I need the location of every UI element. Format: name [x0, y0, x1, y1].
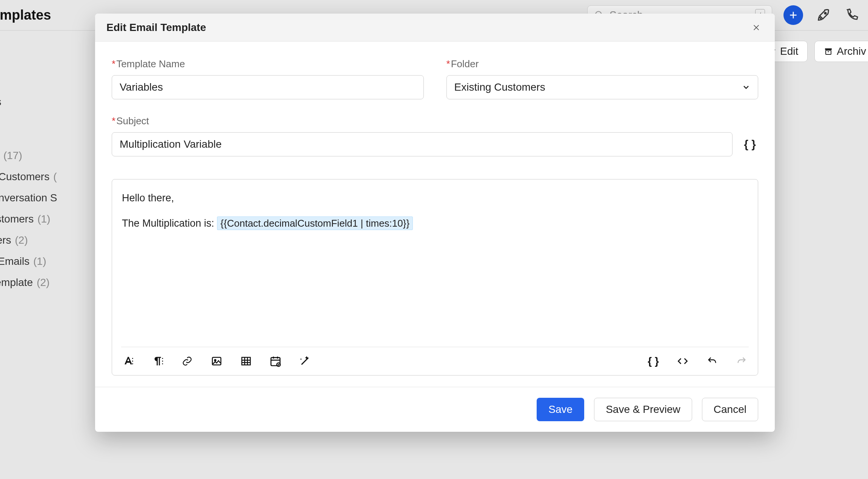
sidebar-item-templates-2[interactable]: emplates [0, 91, 109, 113]
sidebar-item-public-template[interactable]: Public Template (2) [0, 272, 109, 293]
svg-point-17 [214, 360, 216, 361]
sidebar-heading-folders: ERS [0, 128, 109, 138]
calendar-icon[interactable] [268, 354, 283, 368]
svg-rect-18 [242, 357, 251, 365]
sidebar-item-count: ( [53, 171, 57, 183]
text-format-icon[interactable] [121, 354, 135, 368]
insert-variable-body-icon[interactable]: { } [646, 354, 660, 368]
sidebar-item-new-customers[interactable]: New Customers (1) [0, 209, 109, 230]
redo-icon[interactable] [734, 354, 749, 368]
table-icon[interactable] [239, 354, 253, 368]
sidebar-item-label: emplates [0, 96, 2, 108]
archive-button-label: Archiv [837, 45, 866, 57]
svg-point-10 [132, 358, 133, 359]
sidebar-item-product-emails[interactable]: Product Emails (1) [0, 251, 109, 272]
insert-variable-subject-button[interactable]: { } [742, 136, 758, 153]
sidebar-item-existing-customers[interactable]: Existing Customers ( [0, 166, 109, 187]
sidebar-item-templates-1[interactable]: mplates [0, 70, 109, 91]
body-line: The Multiplication is: {{Contact.decimal… [122, 215, 748, 232]
template-name-label: Template Name [116, 58, 185, 70]
sidebar-item-label: Product Emails [0, 255, 29, 267]
sidebar-item-lead-conversation[interactable]: Lead Conversation S [0, 187, 109, 209]
add-button[interactable] [783, 5, 803, 25]
save-button[interactable]: Save [537, 398, 584, 421]
folder-select[interactable] [446, 75, 759, 99]
subject-input[interactable] [112, 132, 733, 156]
svg-point-13 [162, 358, 163, 359]
svg-point-15 [162, 363, 163, 365]
folder-label: Folder [451, 58, 479, 70]
rocket-icon[interactable] [815, 7, 832, 23]
sidebar-item-label: New Offers [0, 234, 11, 246]
svg-point-12 [132, 363, 133, 365]
sidebar-item-label: Lead Conversation S [0, 192, 57, 204]
body-line-prefix: The Multiplication is: [122, 218, 217, 229]
sidebar-item-new-offers[interactable]: New Offers (2) [0, 230, 109, 251]
sidebar-item-label: Public Template [0, 277, 33, 289]
magic-wand-icon[interactable] [298, 354, 312, 368]
sidebar-item-count: (2) [15, 234, 28, 246]
cancel-button[interactable]: Cancel [702, 398, 758, 421]
undo-icon[interactable] [705, 354, 719, 368]
svg-rect-6 [826, 50, 831, 54]
sidebar-item-count: (17) [3, 150, 22, 162]
sidebar-item-count: (1) [33, 255, 46, 267]
paragraph-format-icon[interactable] [151, 354, 165, 368]
code-view-icon[interactable] [676, 354, 690, 368]
chevron-down-icon [742, 83, 751, 92]
save-preview-button[interactable]: Save & Preview [594, 398, 692, 421]
svg-point-11 [132, 361, 133, 362]
svg-point-14 [162, 361, 163, 362]
sidebar-item-archived[interactable]: Archived (17) [0, 145, 109, 166]
svg-rect-5 [825, 48, 832, 50]
sidebar-item-label: New Customers [0, 213, 34, 225]
svg-point-4 [825, 12, 826, 14]
template-name-input[interactable] [112, 75, 424, 99]
image-icon[interactable] [209, 354, 224, 368]
phone-icon[interactable] [844, 7, 860, 23]
subject-label: Subject [116, 115, 149, 127]
close-icon[interactable] [749, 22, 763, 33]
sidebar-item-label: Existing Customers [0, 171, 49, 183]
body-greeting: Hello there, [122, 190, 748, 206]
edit-template-modal: Edit Email Template *Template Name *Fold… [95, 14, 775, 432]
link-icon[interactable] [180, 354, 194, 368]
sidebar-item-count: (1) [37, 213, 50, 225]
email-body-editor[interactable]: Hello there, The Multiplication is: {{Co… [112, 179, 758, 375]
sidebar-item-count: (2) [37, 277, 49, 289]
sidebar-heading-templates: LATES [0, 53, 109, 63]
edit-button-label: Edit [780, 45, 798, 57]
page-title: Templates [0, 7, 51, 23]
archive-button[interactable]: Archiv [814, 41, 868, 62]
variable-chip[interactable]: {{Contact.decimalCustomField1 | times:10… [217, 216, 413, 230]
modal-title: Edit Email Template [106, 22, 206, 34]
